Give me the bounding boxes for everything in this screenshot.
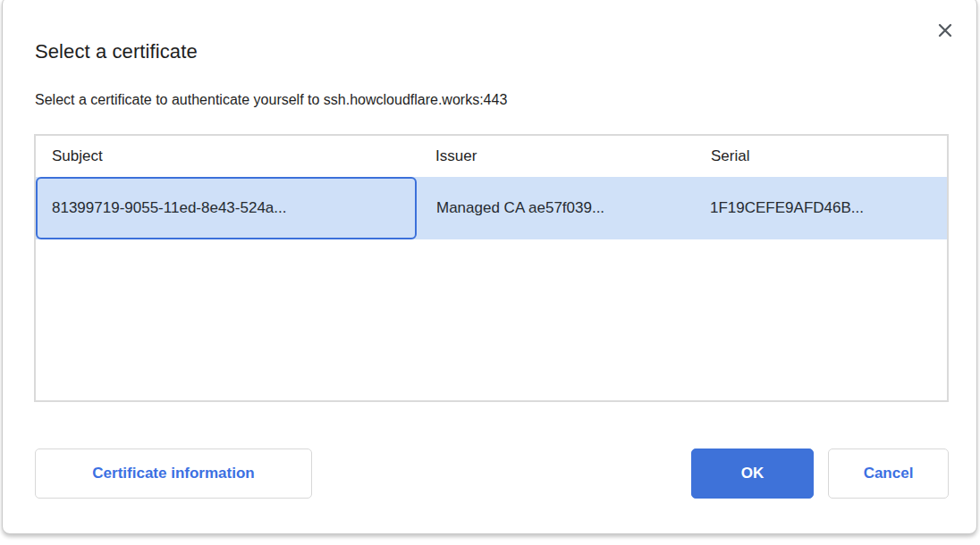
- dialog-subtitle: Select a certificate to authenticate you…: [35, 92, 507, 108]
- table-header: Subject Issuer Serial: [36, 136, 947, 177]
- column-header-serial[interactable]: Serial: [696, 136, 947, 177]
- ok-button[interactable]: OK: [691, 449, 814, 499]
- column-header-issuer[interactable]: Issuer: [417, 136, 696, 177]
- cell-subject[interactable]: 81399719-9055-11ed-8e43-524a...: [36, 177, 417, 239]
- table-row[interactable]: 81399719-9055-11ed-8e43-524a... Managed …: [36, 177, 947, 239]
- cell-serial[interactable]: 1F19CEFE9AFD46B...: [696, 177, 947, 239]
- close-icon-glyph: [938, 23, 952, 38]
- close-icon[interactable]: [934, 19, 957, 42]
- certificate-list: Subject Issuer Serial 81399719-9055-11ed…: [34, 134, 949, 402]
- cancel-button[interactable]: Cancel: [828, 449, 949, 499]
- page-title: Select a certificate: [35, 40, 198, 63]
- certificate-select-dialog: Select a certificate Select a certificat…: [2, 0, 977, 534]
- cell-issuer[interactable]: Managed CA ae57f039...: [417, 177, 696, 239]
- column-header-subject[interactable]: Subject: [36, 136, 417, 177]
- certificate-information-button[interactable]: Certificate information: [35, 449, 312, 499]
